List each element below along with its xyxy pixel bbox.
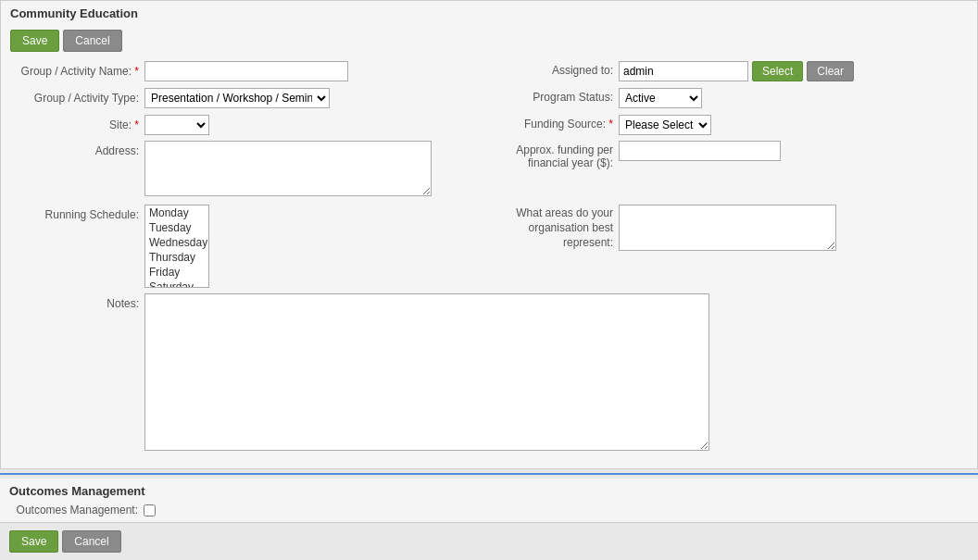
day-saturday[interactable]: Saturday: [145, 280, 208, 288]
notes-label: Notes:: [10, 293, 144, 315]
outcomes-title: Outcomes Management: [9, 484, 969, 498]
col-notes: Notes:: [10, 293, 968, 454]
funding-source-select[interactable]: Please Select #: [619, 115, 711, 135]
section-header: Community Education: [1, 1, 977, 24]
group-activity-name-control: [144, 61, 480, 81]
col-site: Site: *: [10, 115, 480, 136]
col-approx-funding: Approx. funding per financial year ($):: [480, 141, 968, 172]
group-activity-name-label: Group / Activity Name: *: [10, 61, 144, 82]
schedule-control: Monday Tuesday Wednesday Thursday Friday…: [144, 205, 480, 288]
site-select[interactable]: [144, 115, 209, 135]
page-title: Community Education: [10, 6, 138, 20]
col-address: Address:: [10, 141, 480, 199]
row-schedule-areas: Running Schedule: Monday Tuesday Wednesd…: [10, 205, 968, 288]
address-label: Address:: [10, 141, 144, 162]
col-schedule: Running Schedule: Monday Tuesday Wednesd…: [10, 205, 480, 288]
day-tuesday[interactable]: Tuesday: [145, 220, 208, 235]
program-status-label: Program Status:: [498, 88, 619, 106]
outcomes-management-label: Outcomes Management:: [9, 504, 144, 516]
select-button[interactable]: Select: [752, 61, 803, 81]
assigned-to-fields: Select Clear: [619, 61, 854, 81]
approx-funding-label: Approx. funding per financial year ($):: [498, 141, 619, 172]
schedule-listbox[interactable]: Monday Tuesday Wednesday Thursday Friday…: [144, 205, 209, 288]
cancel-button-top[interactable]: Cancel: [63, 30, 121, 52]
assigned-to-label: Assigned to:: [498, 61, 619, 80]
row-type-status: Group / Activity Type: Presentation / Wo…: [10, 88, 968, 109]
row-address-funding-amount: Address: Approx. funding per financial y…: [10, 141, 968, 199]
form-body: Group / Activity Name: * Assigned to: Se…: [1, 57, 977, 468]
col-name: Group / Activity Name: *: [10, 61, 480, 82]
day-wednesday[interactable]: Wednesday: [145, 235, 208, 250]
notes-textarea[interactable]: [144, 293, 709, 451]
page-wrapper: Community Education Save Cancel Group / …: [0, 0, 978, 560]
approx-funding-input[interactable]: [619, 141, 781, 161]
areas-textarea[interactable]: [619, 205, 836, 251]
running-schedule-label: Running Schedule:: [10, 205, 144, 226]
col-status: Program Status: Active Inactive: [480, 88, 968, 108]
save-button-top[interactable]: Save: [10, 30, 59, 52]
group-activity-type-control: Presentation / Workshop / Seminar Other: [144, 88, 480, 108]
address-control: [144, 141, 480, 199]
main-section: Community Education Save Cancel Group / …: [0, 0, 978, 469]
day-monday[interactable]: Monday: [145, 205, 208, 220]
bottom-toolbar: Save Cancel: [0, 522, 978, 560]
row-name-assigned: Group / Activity Name: * Assigned to: Se…: [10, 61, 968, 82]
day-friday[interactable]: Friday: [145, 265, 208, 280]
notes-control: [144, 293, 968, 454]
group-activity-type-select[interactable]: Presentation / Workshop / Seminar Other: [144, 88, 330, 108]
row-notes: Notes:: [10, 293, 968, 454]
cancel-button-bottom[interactable]: Cancel: [62, 530, 120, 553]
clear-button[interactable]: Clear: [807, 61, 854, 81]
col-funding: Funding Source: * Please Select #: [480, 115, 968, 135]
section-divider: [0, 473, 978, 475]
site-control: [144, 115, 480, 135]
areas-label: What areas do your organisation best rep…: [498, 205, 619, 253]
row-site-funding: Site: * Funding Source: *: [10, 115, 968, 136]
assigned-to-input[interactable]: [619, 61, 748, 81]
col-assigned: Assigned to: Select Clear: [480, 61, 968, 81]
outcomes-management-checkbox[interactable]: [144, 504, 156, 516]
address-textarea[interactable]: [144, 141, 432, 196]
main-toolbar: Save Cancel: [1, 24, 977, 57]
program-status-select[interactable]: Active Inactive: [619, 88, 702, 108]
save-button-bottom[interactable]: Save: [9, 530, 58, 553]
col-areas: What areas do your organisation best rep…: [480, 205, 968, 253]
group-activity-type-label: Group / Activity Type:: [10, 88, 144, 109]
col-type: Group / Activity Type: Presentation / Wo…: [10, 88, 480, 109]
day-thursday[interactable]: Thursday: [145, 250, 208, 265]
outcomes-row: Outcomes Management:: [9, 504, 969, 516]
group-activity-name-input[interactable]: [144, 61, 348, 81]
site-label: Site: *: [10, 115, 144, 136]
funding-source-label: Funding Source: *: [498, 115, 619, 133]
